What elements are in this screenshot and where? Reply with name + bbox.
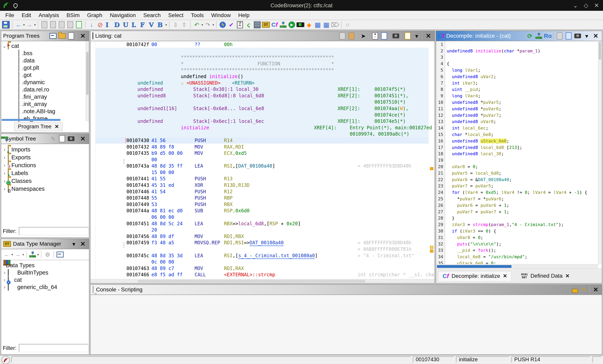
listing-row[interactable]: 0010744a48 81 ec d0SUBRSP,0x6d0 [96, 207, 429, 214]
back-dropdown-icon[interactable]: ▾ [23, 23, 25, 27]
symbol-item-functions[interactable]: ›fFunctions [1, 161, 89, 169]
listing-row[interactable]: 0010744141 55PUSHR13 [96, 175, 429, 182]
decompile-line[interactable]: 19 [436, 157, 598, 163]
snapshot-icon[interactable] [392, 32, 400, 40]
decompile-line[interactable]: 14 int local_6ec; [436, 125, 598, 131]
decompiler-icon[interactable]: Cf [270, 20, 279, 29]
menu-graph[interactable]: Graph [83, 12, 106, 18]
jump-in-icon[interactable]: ⇩ [171, 20, 180, 29]
listing-row[interactable]: 0010743a48 8d 35 ffLEARSI,[DAT_00108a40]… [96, 163, 429, 169]
previous-tables-icon[interactable]: ▦ [322, 20, 331, 29]
bytes-viewer-icon[interactable]: 1001 [236, 20, 244, 29]
clear-console-icon[interactable]: ✎ [580, 285, 588, 294]
tree-item-got[interactable]: .got [1, 71, 89, 79]
data-type-L-icon[interactable]: L [131, 21, 138, 28]
bookmark-marker[interactable] [430, 250, 433, 252]
decompile-line[interactable]: 11 undefined8 *puVar6; [436, 106, 598, 112]
data-types-icon[interactable]: DT [262, 20, 270, 29]
decompile-line[interactable]: 21 puVar5 = local_6d8; [436, 170, 598, 176]
menu-navigation[interactable]: Navigation [106, 12, 139, 18]
symbol-item-exports[interactable]: ›Exports [1, 153, 89, 161]
close-icon[interactable]: ✕ [79, 135, 87, 143]
listing-row[interactable]: undefined⚠ <UNASSIGNED> <RETURN> [96, 80, 429, 86]
listing-row[interactable]: 00107466e8 f5 ad ffCALL<EXTERNAL>::strcm… [96, 271, 429, 278]
program-trees-header[interactable]: Program Trees ✕ [1, 31, 89, 41]
decompile-body[interactable]: 12undefined8 initialize(char *param_1)34… [436, 41, 598, 264]
decompile-line[interactable]: 13 undefined8 uVar8; [436, 119, 598, 125]
snapshot-icon[interactable] [574, 32, 582, 40]
diff-view-icon[interactable] [380, 32, 388, 40]
symbol-item-imports[interactable]: ›▲Imports [1, 146, 89, 153]
tab-close-icon[interactable]: ✕ [503, 273, 507, 279]
import-icon[interactable] [58, 135, 66, 143]
decompile-header[interactable]: Cf Decompile: initialize - (cat) ⟳ Ro ▾ … [436, 31, 602, 41]
memory-blocks-icon[interactable]: ▦↓ [371, 32, 379, 40]
undo-icon[interactable]: ↶ [192, 20, 201, 29]
import-tree-icon[interactable] [67, 32, 75, 40]
ghidra-status-icon[interactable] [1, 356, 10, 364]
dtm-preview-icon[interactable] [56, 250, 64, 259]
data-type-B-icon[interactable]: B [157, 21, 164, 28]
listing-row[interactable]: ****************************************… [96, 67, 429, 73]
back-icon[interactable]: ← [14, 20, 23, 29]
listing-row[interactable]: initializeXREF[4]:Entry Point(*), main:0… [96, 125, 429, 131]
decompile-line[interactable]: 28 } [436, 215, 598, 222]
graph-icon[interactable] [535, 32, 543, 40]
decompile-vscrollbar[interactable] [598, 41, 602, 264]
dtm-paths-icon[interactable] [28, 250, 37, 259]
tree-item-dynamic[interactable]: .dynamic [1, 79, 89, 86]
decompile-line[interactable]: 17 undefined8 local_6d8 [213]; [436, 144, 598, 151]
listing-hscrollbar[interactable] [91, 279, 435, 283]
decompile-line[interactable]: 16 undefined8 uStack_6e0; [436, 138, 598, 144]
decompile-line[interactable]: 32 puts("\n\n\n\n"); [436, 241, 598, 247]
listing-row[interactable]: undefined1[16]Stack[-0x6e8... local_6e8X… [96, 105, 429, 112]
symbol-filter-input[interactable] [19, 227, 89, 235]
listing-row[interactable]: 0010744855PUSHRBP [96, 195, 429, 201]
listing-row[interactable]: 00107435b9 d5 00 00MOVECX,0xd5 [96, 150, 429, 156]
memory-search-icon[interactable]: ○ [343, 20, 352, 29]
decompile-line[interactable]: 20 uVar8 = 0; [436, 163, 598, 170]
auto-analyze-icon[interactable]: ϟ [218, 20, 227, 29]
program-tree-hscrollbar[interactable] [1, 119, 60, 121]
listing-row[interactable]: 00109974, 00109a8c(*) [96, 131, 429, 137]
data-type-D-icon[interactable]: D [114, 21, 121, 28]
refresh-icon[interactable]: ⟳ [526, 32, 534, 40]
tree-item-bss[interactable]: .bss [1, 50, 89, 57]
dtm-root-data-types[interactable]: Data Types [1, 262, 89, 269]
close-icon[interactable]: ✕ [594, 2, 599, 9]
tree-item-init-array[interactable]: .init_array [1, 101, 89, 108]
listing-row[interactable]: 00107459f3 48 a5MOVSQ.REPRDI,RSI=>DAT_00… [96, 239, 429, 246]
save-icon[interactable] [1, 20, 10, 29]
listing-view-icon[interactable] [253, 20, 262, 29]
symbol-item-classes[interactable]: ›CClasses [1, 177, 89, 185]
close-icon[interactable]: ✕ [424, 32, 433, 40]
menu-analysis[interactable]: Analysis [35, 12, 63, 18]
function-call-trees-icon[interactable]: ▶ [288, 20, 296, 29]
listing-row[interactable]: 0010744345 31 edXORR13D,R13D [96, 182, 429, 188]
listing-row[interactable]: undefined initialize() [96, 73, 429, 80]
data-type-dropdown-icon[interactable]: ▾ [165, 23, 167, 27]
forward-icon[interactable]: → [25, 20, 34, 29]
register-values-icon[interactable]: ▦ [313, 20, 322, 29]
maximize-icon[interactable]: ◇ [584, 2, 588, 9]
listing-row[interactable]: undefinedStack[-0x6ec]:1 local_6ecXREF[1… [96, 118, 429, 125]
menu-bsim[interactable]: BSim [63, 12, 83, 18]
console-output[interactable] [91, 295, 602, 354]
decompile-line[interactable]: 29 iVar3 = strcmp(param_1,"4 - Criminal.… [436, 221, 598, 228]
clear-flow-icon[interactable]: ⊘ [96, 20, 104, 29]
symbol-tree-header[interactable]: Symbol Tree ✎ ✕ [1, 134, 89, 144]
forward-dropdown-icon[interactable]: ▾ [34, 23, 36, 27]
fields-dropdown-icon[interactable]: ▾ [413, 32, 421, 40]
tab-defined-data[interactable]: 0101DAT Defined Data ✕ [517, 271, 574, 281]
listing-row[interactable]: 0010744953PUSHRBX [96, 201, 429, 208]
relationships-icon[interactable]: ◆ [305, 20, 313, 29]
listing-body[interactable]: 0010742f00??00h*************************… [91, 41, 435, 279]
listing-row[interactable]: 00 [96, 156, 429, 163]
prev-data-icon[interactable] [57, 20, 66, 29]
listing-row[interactable]: = 0AB8FFFFF000E781h [96, 246, 429, 252]
listing-row[interactable]: 0010743041 56PUSHR14 [96, 137, 429, 144]
decompile-line[interactable]: 7 int iVar3; [436, 80, 598, 86]
listing-row[interactable]: * FUNCTION * [96, 60, 429, 67]
listing-row[interactable]: 0010744641 54PUSHR12 [96, 188, 429, 195]
tree-item-data-rel-ro[interactable]: .data.rel.ro [1, 86, 89, 93]
